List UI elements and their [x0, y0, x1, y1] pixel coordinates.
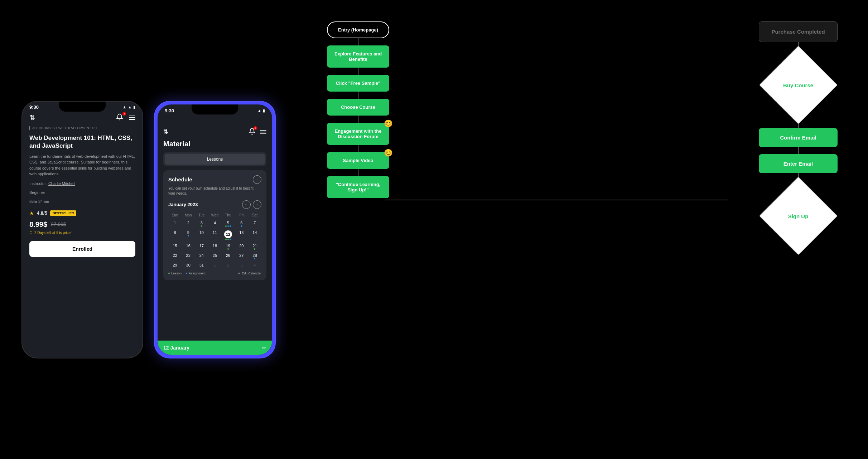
- wifi-icon: ▲: [128, 105, 132, 109]
- cal-day-mon: Mon: [182, 213, 195, 218]
- hamburger-menu-2[interactable]: [260, 130, 266, 134]
- cal-cell[interactable]: 20: [235, 242, 248, 251]
- legend-lesson: Lesson: [168, 272, 182, 275]
- cal-cell[interactable]: 26: [222, 252, 235, 261]
- schedule-card: Schedule ↑ You can set your own schedule…: [163, 170, 266, 280]
- schedule-desc: You can set your own schedule and adjust…: [168, 186, 261, 196]
- enroll-button[interactable]: Enrolled: [29, 241, 135, 257]
- edit-calendar-btn[interactable]: ✏ Edit Calendar: [238, 272, 261, 275]
- node-free-sample[interactable]: Click "Free Sample": [327, 75, 389, 92]
- phone-notch-1: [59, 102, 106, 112]
- cal-cell[interactable]: 19: [222, 242, 235, 251]
- cal-cell[interactable]: 12: [222, 229, 235, 241]
- cal-cell[interactable]: 21: [248, 242, 261, 251]
- phone-1: 9:30 ▲ ▲ ▮ ⇅ 3: [21, 101, 143, 358]
- cal-cell[interactable]: 4: [248, 262, 261, 269]
- node-buy-course[interactable]: Buy Course: [762, 49, 834, 121]
- cal-cell[interactable]: 28: [248, 252, 261, 261]
- node-enter-email[interactable]: Enter Email: [759, 154, 838, 173]
- phone-notch-2: [192, 104, 238, 114]
- node-continue-learning[interactable]: "Continue Learning, Sign Up!": [327, 176, 389, 198]
- calendar-month: January 2023: [168, 202, 198, 207]
- node-entry-homepage[interactable]: Entry (Homepage): [327, 21, 389, 38]
- phone-1-content: ⇅ 3 ALL COURSES: [22, 110, 143, 263]
- calendar-footer: 12 January ✏: [158, 341, 272, 355]
- cal-day-wed: Wed: [208, 213, 221, 218]
- course-meta: Instructor: Charlie Mitchell Beginner 65…: [29, 181, 135, 206]
- cal-next-btn[interactable]: →: [253, 200, 261, 209]
- material-title: Material: [163, 140, 266, 148]
- clock-icon: ⏱: [29, 231, 33, 235]
- tab-lessons[interactable]: Lessons: [165, 154, 265, 165]
- cal-prev-btn[interactable]: ←: [242, 200, 251, 209]
- phone-1-header: ⇅ 3: [29, 113, 135, 122]
- phone-2-inner: 9:30 ▲ ▮ ⇅: [158, 104, 272, 355]
- cal-cell[interactable]: 16: [182, 242, 195, 251]
- bell-icon-1[interactable]: 3: [116, 113, 125, 122]
- node-purchase-completed[interactable]: Purchase Completed: [759, 21, 838, 42]
- cal-cell[interactable]: 14: [248, 229, 261, 241]
- legend-assignment: Assignment: [186, 272, 206, 275]
- schedule-up-btn[interactable]: ↑: [253, 175, 261, 184]
- cal-legend: Lesson Assignment ✏ Edit Calendar: [168, 272, 261, 275]
- node-explore-features[interactable]: Explore Features and Benefits: [327, 45, 389, 68]
- cal-cell[interactable]: 4: [208, 219, 221, 228]
- node-confirm-email[interactable]: Confirm Email: [759, 128, 838, 147]
- cal-cell[interactable]: 29: [168, 262, 182, 269]
- hamburger-menu-1[interactable]: [129, 116, 135, 120]
- cal-cell[interactable]: 5: [222, 219, 235, 228]
- status-icons-2: ▲ ▮: [257, 108, 265, 113]
- phone-2-wrapper: 9:30 ▲ ▮ ⇅: [154, 101, 276, 358]
- cal-cell[interactable]: 31: [195, 262, 208, 269]
- cal-cell[interactable]: 7: [248, 219, 261, 228]
- level-value: Beginner: [29, 190, 45, 195]
- level-row: Beginner: [29, 190, 135, 197]
- left-flowchart: Entry (Homepage) Explore Features and Be…: [322, 21, 394, 198]
- instructor-row: Instructor: Charlie Mitchell: [29, 181, 135, 188]
- footer-edit-icon[interactable]: ✏: [262, 345, 266, 351]
- phone-1-wrapper: 9:30 ▲ ▲ ▮ ⇅ 3: [21, 101, 143, 358]
- instructor-label: Instructor:: [29, 181, 47, 186]
- connector-2: [358, 68, 358, 75]
- cal-cell[interactable]: 6: [235, 219, 248, 228]
- bell-icon-2[interactable]: 3: [249, 128, 256, 136]
- node-choose-course[interactable]: Choose Course: [327, 99, 389, 116]
- node-sample-video[interactable]: Sample Video 😊: [327, 152, 389, 169]
- cal-day-sat: Sat: [248, 213, 261, 218]
- cal-cell[interactable]: 23: [182, 252, 195, 261]
- cal-week-5: 29 30 31 1 2 3 4: [168, 262, 261, 269]
- node-sign-up[interactable]: Sign Up: [762, 180, 834, 252]
- cal-week-2: 8 9 10 11 12: [168, 229, 261, 241]
- star-icon: ★: [29, 210, 34, 216]
- cal-cell[interactable]: 10: [195, 229, 208, 241]
- cal-cell[interactable]: 18: [208, 242, 221, 251]
- cal-cell[interactable]: 30: [182, 262, 195, 269]
- cal-day-sun: Sun: [168, 213, 182, 218]
- phone-2-content: ⇅ 3: [158, 113, 272, 286]
- node-engagement[interactable]: Engagement with the Discussion Forum 😊: [327, 123, 389, 145]
- sign-up-text: Sign Up: [788, 213, 809, 219]
- flowchart-section: Entry (Homepage) Explore Features and Be…: [301, 0, 868, 459]
- cal-cell[interactable]: 3: [235, 262, 248, 269]
- cal-week-header: Sun Mon Tue Wed Thu Fri Sat: [168, 213, 261, 218]
- cal-cell[interactable]: 24: [195, 252, 208, 261]
- phone-2: 9:30 ▲ ▮ ⇅: [154, 101, 276, 358]
- cal-cell[interactable]: 27: [235, 252, 248, 261]
- cal-cell[interactable]: 22: [168, 252, 182, 261]
- cal-cell[interactable]: 15: [168, 242, 182, 251]
- cal-cell[interactable]: 25: [208, 252, 221, 261]
- cal-cell[interactable]: 9: [182, 229, 195, 241]
- cal-cell[interactable]: 13: [235, 229, 248, 241]
- footer-date: 12 January: [163, 345, 189, 351]
- cal-cell[interactable]: 11: [208, 229, 221, 241]
- cal-cell[interactable]: 17: [195, 242, 208, 251]
- cal-cell[interactable]: 1: [208, 262, 221, 269]
- cal-cell[interactable]: 2: [182, 219, 195, 228]
- app-logo-2: ⇅: [163, 128, 168, 135]
- emoji-happy: 😊: [384, 148, 393, 157]
- cal-cell[interactable]: 8: [168, 229, 182, 241]
- cal-cell[interactable]: 3: [195, 219, 208, 228]
- breadcrumb: ALL COURSES > WEB DEVELOPMENT 101: [29, 126, 135, 130]
- cal-cell[interactable]: 1: [168, 219, 182, 228]
- cal-cell[interactable]: 2: [222, 262, 235, 269]
